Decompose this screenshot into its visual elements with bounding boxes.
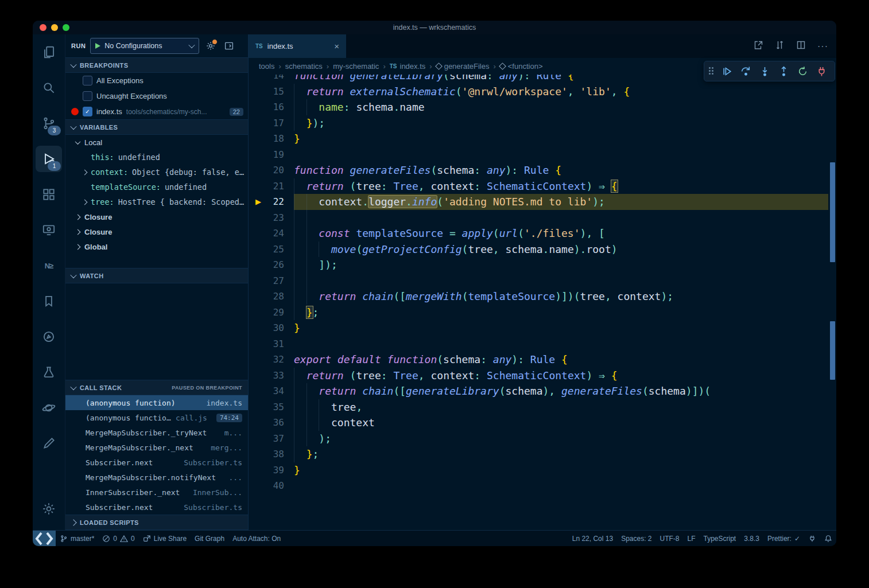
language-mode-status[interactable]: TypeScript	[700, 531, 740, 546]
code-line[interactable]: 25move(getProjectConfig(tree, schema.nam…	[249, 242, 836, 258]
code-line[interactable]: 26]);	[249, 257, 836, 273]
compass-extension-icon[interactable]	[36, 324, 62, 350]
code-line[interactable]: 33return (tree: Tree, context: Schematic…	[249, 368, 836, 384]
variable-scope[interactable]: Global	[65, 239, 248, 254]
code-text[interactable]: return chain([mergeWith(templateSource)]…	[294, 289, 836, 305]
line-number[interactable]: 21	[249, 178, 294, 194]
extensions-icon[interactable]	[36, 181, 62, 208]
auto-attach-status[interactable]: Auto Attach: On	[228, 531, 285, 546]
feedback-icon[interactable]	[804, 531, 820, 546]
bookmarks-icon[interactable]	[36, 288, 62, 314]
git-branch-status[interactable]: master*	[56, 531, 98, 546]
breadcrumb-item[interactable]: my-schematic	[333, 62, 379, 71]
git-compare-icon[interactable]	[775, 40, 785, 52]
split-editor-icon[interactable]	[796, 40, 806, 52]
step-into-button[interactable]	[755, 63, 774, 80]
callstack-frame[interactable]: MergeMapSubscriber.notifyNext...	[65, 470, 248, 485]
code-text[interactable]: });	[294, 115, 836, 131]
explorer-icon[interactable]	[36, 39, 62, 65]
breakpoint-item[interactable]: ✓index.tstools/schematics/my-sch...22	[65, 104, 248, 119]
code-line[interactable]: 20function generateFiles(schema: any): R…	[249, 162, 836, 178]
line-number[interactable]: 40	[249, 478, 294, 494]
line-number[interactable]: 19	[249, 147, 294, 163]
remote-indicator[interactable]	[33, 531, 56, 546]
variable-scope[interactable]: Closure	[65, 224, 248, 239]
callstack-frame[interactable]: MergeMapSubscriber._tryNextm...	[65, 425, 248, 440]
code-text[interactable]: context.logger.info('adding NOTES.md to …	[294, 194, 836, 210]
breakpoint-checkbox[interactable]	[83, 76, 92, 85]
nx-console-icon[interactable]: N≥	[36, 252, 62, 279]
launch-configuration-dropdown[interactable]: No Configurations	[90, 38, 199, 54]
breadcrumb-item[interactable]: generateFiles	[436, 62, 490, 71]
code-line[interactable]: 38};	[249, 446, 836, 462]
remote-explorer-icon[interactable]	[36, 217, 62, 243]
variable-scope[interactable]: Closure	[65, 209, 248, 224]
notifications-bell-icon[interactable]	[820, 531, 836, 546]
code-line[interactable]: 17});	[249, 115, 836, 131]
line-number[interactable]: 20	[249, 162, 294, 178]
close-tab-icon[interactable]: ×	[334, 41, 339, 51]
breakpoint-checkbox[interactable]: ✓	[83, 107, 92, 116]
code-text[interactable]: ]);	[294, 257, 836, 273]
line-number[interactable]: 31	[249, 336, 294, 352]
line-number[interactable]: 32	[249, 352, 294, 368]
line-number[interactable]: 26	[249, 257, 294, 273]
code-text[interactable]: return (tree: Tree, context: SchematicCo…	[294, 178, 836, 194]
watch-section-header[interactable]: WATCH	[65, 268, 248, 283]
code-text[interactable]: }	[294, 131, 836, 147]
typescript-version[interactable]: 3.8.3	[740, 531, 763, 546]
line-number[interactable]: 18	[249, 131, 294, 147]
code-text[interactable]: }	[294, 462, 836, 478]
variable-item[interactable]: context:Object {debug: false, en...	[65, 165, 248, 180]
prettier-status[interactable]: Prettier: ✓	[763, 531, 804, 546]
code-text[interactable]: };	[294, 446, 836, 462]
code-line[interactable]: 28return chain([mergeWith(templateSource…	[249, 289, 836, 305]
breadcrumb-item[interactable]: tools	[259, 62, 274, 71]
callstack-frame[interactable]: (anonymous function)index.ts	[65, 395, 248, 410]
line-number[interactable]: 17	[249, 115, 294, 131]
line-number[interactable]: 33	[249, 368, 294, 384]
line-number[interactable]: 15	[249, 84, 294, 100]
code-line[interactable]: 19	[249, 147, 836, 163]
code-text[interactable]: name: schema.name	[294, 99, 836, 115]
line-number[interactable]: 14	[249, 75, 294, 84]
code-text[interactable]: }	[294, 320, 836, 336]
variable-item[interactable]: this:undefined	[65, 150, 248, 165]
breadcrumb-item[interactable]: schematics	[285, 62, 323, 71]
code-text[interactable]	[294, 273, 836, 289]
callstack-frame[interactable]: InnerSubscriber._nextInnerSub...	[65, 485, 248, 500]
line-number[interactable]: 30	[249, 320, 294, 336]
code-text[interactable]: const templateSource = apply(url('./file…	[294, 225, 836, 242]
problems-status[interactable]: 0 0	[98, 531, 138, 546]
code-line[interactable]: 21return (tree: Tree, context: Schematic…	[249, 178, 836, 194]
line-number[interactable]: 39	[249, 462, 294, 478]
code-line[interactable]: 39}	[249, 462, 836, 478]
step-out-button[interactable]	[774, 63, 793, 80]
code-line[interactable]: 40	[249, 478, 836, 494]
variable-item[interactable]: templateSource:undefined	[65, 180, 248, 194]
code-text[interactable]: return (tree: Tree, context: SchematicCo…	[294, 368, 836, 384]
code-line[interactable]: 18}	[249, 131, 836, 147]
open-changes-icon[interactable]	[754, 40, 763, 52]
code-line[interactable]: 31	[249, 336, 836, 352]
code-text[interactable]: move(getProjectConfig(tree, schema.name)…	[294, 242, 836, 258]
line-number[interactable]: 25	[249, 242, 294, 258]
git-graph-button[interactable]: Git Graph	[191, 531, 228, 546]
code-text[interactable]	[294, 478, 836, 494]
disconnect-button[interactable]	[812, 63, 831, 80]
code-line[interactable]: 37);	[249, 431, 836, 447]
line-number[interactable]: 34	[249, 383, 294, 399]
step-over-button[interactable]	[736, 63, 755, 80]
scope-local[interactable]: Local	[65, 135, 248, 150]
cursor-position[interactable]: Ln 22, Col 13	[568, 531, 617, 546]
code-text[interactable]	[294, 147, 836, 163]
line-number[interactable]: 16	[249, 99, 294, 115]
line-number[interactable]: 23	[249, 210, 294, 226]
callstack-section-header[interactable]: CALL STACK PAUSED ON BREAKPOINT	[65, 380, 248, 395]
code-line[interactable]: 24const templateSource = apply(url('./fi…	[249, 225, 836, 242]
settings-gear-icon[interactable]	[36, 496, 62, 522]
code-line[interactable]: 22▶context.logger.info('adding NOTES.md …	[249, 194, 836, 210]
eol-status[interactable]: LF	[684, 531, 700, 546]
callstack-frame[interactable]: (anonymous function)call.js74:24	[65, 410, 248, 425]
code-line[interactable]: 36context	[249, 415, 836, 431]
